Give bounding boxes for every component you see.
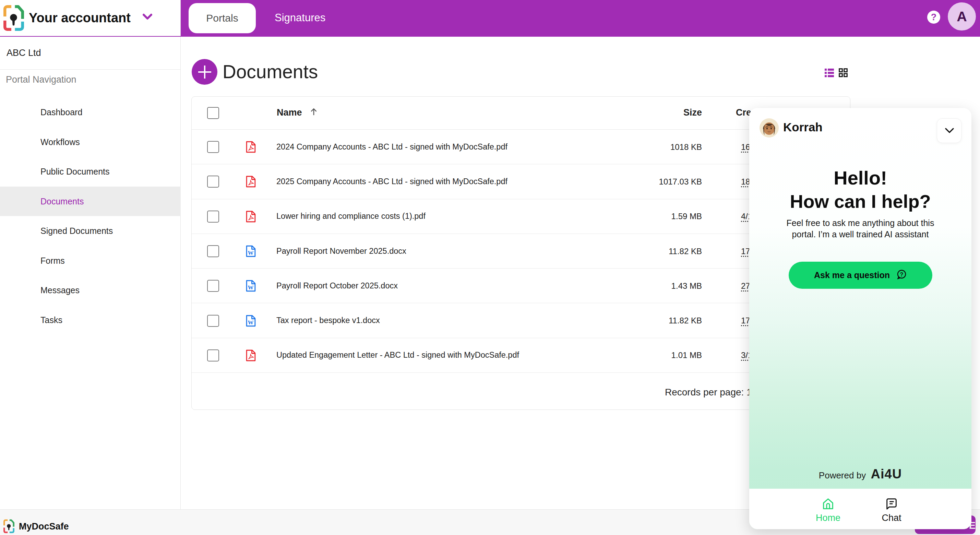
svg-text:?: ?	[900, 272, 904, 277]
svg-text:W: W	[248, 319, 254, 326]
svg-text:W: W	[248, 250, 254, 256]
svg-text:W: W	[248, 284, 254, 291]
